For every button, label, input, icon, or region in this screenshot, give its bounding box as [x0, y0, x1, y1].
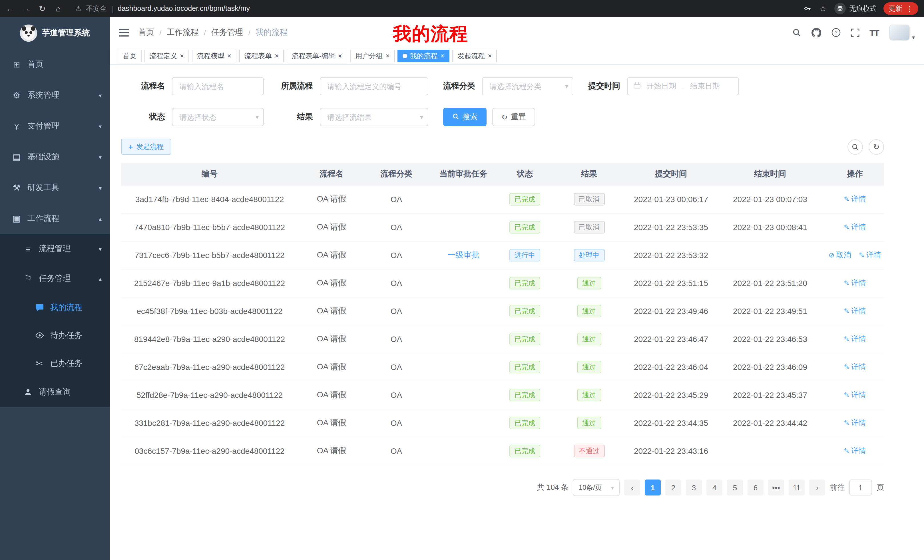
tab-start-process[interactable]: 发起流程 ×	[452, 49, 497, 62]
plus-icon: +	[129, 142, 133, 151]
sidebar-item-process-management[interactable]: ≡ 流程管理 ▾	[0, 234, 110, 264]
close-icon[interactable]: ×	[386, 52, 390, 59]
address-bar[interactable]: ⚠ 不安全 | dashboard.yudao.iocoder.cn/bpm/t…	[75, 4, 250, 13]
page-button-4[interactable]: 4	[706, 479, 722, 496]
cancel-link[interactable]: ⊘取消	[829, 250, 851, 260]
detail-link[interactable]: ✎详情	[844, 222, 866, 232]
reset-button[interactable]: ↻ 重置	[492, 108, 535, 126]
table-row: ec45f38f-7b9a-11ec-b03b-acde48001122 OA …	[121, 297, 884, 325]
sidebar-item-done-tasks[interactable]: ✂ 已办任务	[0, 349, 110, 377]
page-button-5[interactable]: 5	[727, 479, 743, 496]
search-icon[interactable]	[792, 28, 801, 37]
browser-refresh-icon[interactable]: ↻	[38, 0, 47, 17]
detail-link[interactable]: ✎详情	[844, 418, 866, 428]
category-select-input[interactable]	[482, 77, 573, 95]
sidebar-item-todo-tasks[interactable]: 待办任务	[0, 321, 110, 349]
submit-time: 2022-01-22 23:49:46	[628, 307, 714, 316]
close-icon[interactable]: ×	[488, 52, 492, 59]
detail-link[interactable]: ✎详情	[844, 278, 866, 288]
end-time: 2022-01-22 23:46:53	[714, 334, 826, 344]
close-icon[interactable]: ×	[227, 52, 231, 59]
font-size-icon[interactable]: TT	[870, 28, 879, 37]
goto-page-input[interactable]	[849, 479, 872, 496]
sidebar-item-system[interactable]: ⚙ 系统管理 ▾	[0, 80, 110, 111]
sidebar-item-my-process[interactable]: 我的流程	[0, 293, 110, 321]
sidebar-item-task-management[interactable]: ⚐ 任务管理 ▴	[0, 264, 110, 293]
github-icon[interactable]	[811, 28, 821, 37]
browser-menu-icon[interactable]: ⋮	[906, 4, 913, 13]
process-category: OA	[365, 418, 428, 428]
detail-link[interactable]: ✎详情	[844, 446, 866, 456]
page-button-6[interactable]: 6	[747, 479, 764, 496]
current-task-link[interactable]: 一级审批	[447, 250, 479, 259]
tab-process-definition[interactable]: 流程定义 ×	[144, 49, 189, 62]
chevron-down-icon: ▾	[99, 154, 102, 160]
detail-link[interactable]: ✎详情	[859, 250, 881, 260]
sidebar-item-payment[interactable]: ¥ 支付管理 ▾	[0, 111, 110, 142]
tab-user-group[interactable]: 用户分组 ×	[350, 49, 394, 62]
tab-process-form-edit[interactable]: 流程表单-编辑 ×	[286, 49, 347, 62]
breadcrumb-workflow[interactable]: 工作流程	[167, 27, 199, 38]
page-button-11[interactable]: 11	[789, 479, 805, 496]
browser-update-button[interactable]: 更新 ⋮	[884, 2, 918, 15]
start-process-button[interactable]: + 发起流程	[121, 139, 171, 155]
submit-time-range-picker[interactable]: 开始日期 - 结束日期	[627, 77, 739, 95]
browser-back-icon[interactable]: ←	[6, 0, 15, 17]
process-def-input[interactable]	[320, 77, 428, 95]
toggle-search-button[interactable]	[848, 139, 863, 154]
page-button-1[interactable]: 1	[645, 479, 661, 496]
url-text: dashboard.yudao.iocoder.cn/bpm/task/my	[118, 4, 250, 13]
help-icon[interactable]: ?	[831, 28, 840, 37]
result-badge: 通过	[577, 389, 601, 401]
chevron-down-icon: ▾	[99, 246, 102, 252]
page-ellipsis[interactable]: •••	[768, 479, 784, 496]
detail-link[interactable]: ✎详情	[844, 390, 866, 400]
page-size-select[interactable]: 10条/页 ▾	[573, 479, 620, 496]
tab-my-process[interactable]: 我的流程 ×	[398, 49, 449, 62]
browser-home-icon[interactable]: ⌂	[54, 0, 63, 17]
submit-time: 2022-01-22 23:46:04	[628, 362, 714, 371]
sidebar-item-devtools[interactable]: ⚒ 研发工具 ▾	[0, 172, 110, 203]
tab-label: 发起流程	[458, 51, 485, 61]
prev-page-button[interactable]: ‹	[624, 479, 640, 496]
sidebar-item-leave-query[interactable]: 请假查询	[0, 377, 110, 407]
detail-link[interactable]: ✎详情	[844, 194, 866, 204]
search-button[interactable]: 搜索	[443, 108, 486, 126]
close-icon[interactable]: ×	[440, 52, 444, 59]
bookmark-star-icon[interactable]: ☆	[818, 0, 828, 17]
status-select-input[interactable]	[172, 108, 264, 126]
close-icon[interactable]: ×	[180, 52, 184, 59]
sidebar-item-infrastructure[interactable]: ▤ 基础设施 ▾	[0, 142, 110, 172]
detail-link[interactable]: ✎详情	[844, 362, 866, 372]
breadcrumb-home[interactable]: 首页	[138, 27, 154, 38]
result-select-input[interactable]	[320, 108, 428, 126]
fullscreen-icon[interactable]	[850, 28, 859, 37]
page-button-3[interactable]: 3	[686, 479, 702, 496]
detail-link[interactable]: ✎详情	[844, 334, 866, 344]
sidebar-item-workflow[interactable]: ▣ 工作流程 ▴	[0, 203, 110, 234]
breadcrumb-task-management[interactable]: 任务管理	[211, 27, 243, 38]
process-name-input[interactable]	[172, 77, 264, 95]
refresh-icon: ↻	[873, 142, 879, 151]
breadcrumb-separator: /	[204, 28, 206, 37]
hamburger-icon[interactable]	[119, 29, 129, 36]
refresh-table-button[interactable]: ↻	[868, 139, 884, 154]
browser-forward-icon[interactable]: →	[22, 0, 31, 17]
tags-view: 首页 流程定义 × 流程模型 × 流程表单 × 流程表单-编辑 ×	[110, 48, 924, 64]
tab-home[interactable]: 首页	[118, 49, 142, 62]
sidebar-item-home[interactable]: ⊞ 首页	[0, 49, 110, 80]
incognito-badge[interactable]: 无痕模式	[834, 3, 877, 14]
page-button-2[interactable]: 2	[665, 479, 681, 496]
password-key-icon[interactable]	[804, 4, 812, 13]
close-icon[interactable]: ×	[338, 52, 342, 59]
user-avatar-dropdown[interactable]: ▾	[889, 24, 915, 40]
address-divider: |	[111, 4, 113, 13]
category-select[interactable]: ▾	[482, 77, 573, 95]
close-icon[interactable]: ×	[274, 52, 279, 59]
next-page-button[interactable]: ›	[809, 479, 825, 496]
result-select[interactable]: ▾	[320, 108, 428, 126]
status-select[interactable]: ▾	[172, 108, 264, 126]
detail-link[interactable]: ✎详情	[844, 306, 866, 316]
tab-process-form[interactable]: 流程表单 ×	[239, 49, 284, 62]
tab-process-model[interactable]: 流程模型 ×	[192, 49, 236, 62]
